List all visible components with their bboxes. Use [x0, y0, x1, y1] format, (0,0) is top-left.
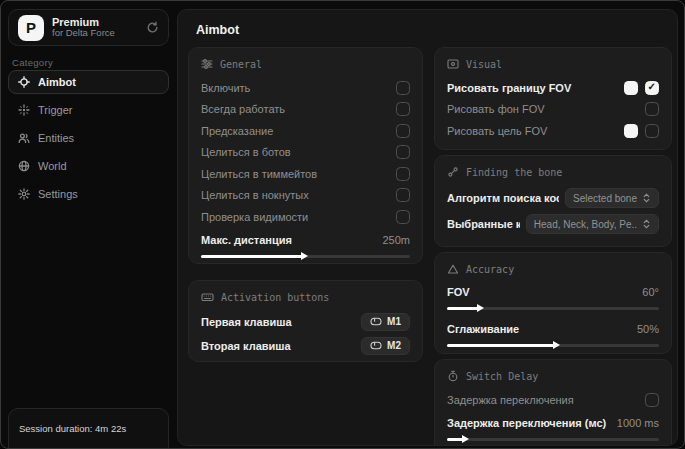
enable-checkbox[interactable] [396, 81, 410, 95]
toggle-row-target-bots: Целиться в ботов [201, 142, 410, 164]
target-teammates-checkbox[interactable] [396, 167, 410, 181]
fov-border-color-swatch[interactable] [624, 81, 638, 95]
page-title: Aimbot [196, 23, 239, 37]
fov-target-checkbox[interactable] [645, 124, 659, 138]
view-icon [447, 58, 459, 70]
max-distance-value: 250m [382, 234, 410, 246]
bone-icon [447, 166, 459, 178]
bone-card: Finding the bone Алгоритм поиска костей … [434, 155, 672, 247]
target-knocked-checkbox[interactable] [396, 188, 410, 202]
brand-logo: P [18, 15, 44, 41]
smoothing-value: 50% [637, 323, 659, 335]
bone-algorithm-row: Алгоритм поиска костей Selected bone [447, 185, 659, 211]
activation-card: Activation buttons Первая клавиша M1 [188, 280, 423, 362]
session-duration: Session duration: 4m 22s [19, 423, 126, 434]
crosshair-icon [18, 76, 30, 88]
visual-card: Visual Рисовать границу FOV Рисовать фон… [434, 47, 672, 150]
sidebar-item-label: Aimbot [38, 76, 76, 88]
prediction-checkbox[interactable] [396, 124, 410, 138]
section-header: Visual [466, 59, 502, 70]
unfold-icon [642, 193, 651, 203]
first-key-button[interactable]: M1 [361, 313, 410, 331]
mouse-icon [370, 317, 382, 326]
fov-slider[interactable] [447, 303, 659, 313]
second-key-row: Вторая клавиша M2 [201, 334, 410, 357]
switch-delay-slider[interactable] [447, 434, 659, 444]
max-distance-row: Макс. дистанция 250m [201, 230, 410, 250]
brand-subtitle: for Delta Force [52, 28, 138, 39]
switch-delay-checkbox[interactable] [645, 393, 659, 407]
mouse-icon [370, 341, 382, 350]
unfold-icon [642, 219, 651, 229]
bone-algorithm-dropdown[interactable]: Selected bone [565, 188, 659, 208]
fov-background-checkbox[interactable] [645, 102, 659, 116]
trigger-icon [18, 104, 30, 116]
entities-icon [18, 132, 30, 144]
second-key-button[interactable]: M2 [361, 337, 410, 355]
stopwatch-icon [447, 370, 459, 382]
slider-thumb[interactable] [553, 341, 560, 349]
keyboard-icon [201, 291, 214, 303]
section-header: General [220, 59, 262, 70]
slider-thumb[interactable] [462, 435, 469, 443]
sidebar-item-settings[interactable]: Settings [8, 182, 169, 206]
app-window: P Premium for Delta Force Category Aimbo… [0, 0, 685, 449]
brand-card: P Premium for Delta Force [8, 9, 169, 46]
always-work-checkbox[interactable] [396, 102, 410, 116]
fov-border-checkbox[interactable] [645, 81, 659, 95]
smoothing-slider[interactable] [447, 340, 659, 350]
sidebar-item-trigger[interactable]: Trigger [8, 98, 169, 122]
switch-delay-toggle-row: Задержка переключения [447, 389, 659, 411]
sidebar: P Premium for Delta Force Category Aimbo… [1, 1, 177, 448]
section-header: Accuracy [466, 264, 514, 275]
tune-icon [201, 58, 213, 70]
session-card: Session duration: 4m 22s [8, 408, 169, 449]
toggle-row-prediction: Предсказание [201, 120, 410, 142]
triangle-icon [447, 263, 459, 275]
visibility-check-checkbox[interactable] [396, 210, 410, 224]
fov-border-row: Рисовать границу FOV [447, 77, 659, 99]
fov-value: 60° [642, 286, 659, 298]
toggle-row-visibility-check: Проверка видимости [201, 206, 410, 228]
smoothing-row: Сглаживание 50% [447, 319, 659, 339]
fov-background-row: Рисовать фон FOV [447, 99, 659, 121]
sidebar-item-entities[interactable]: Entities [8, 126, 169, 150]
main-panel: Aimbot General Включить Всегда р [177, 9, 678, 446]
accuracy-card: Accuracy FOV 60° Сглаживание 50% [434, 252, 672, 354]
sidebar-item-aimbot[interactable]: Aimbot [8, 70, 169, 94]
section-header: Activation buttons [221, 292, 329, 303]
fov-target-row: Рисовать цель FOV [447, 120, 659, 142]
switch-delay-value: 1000 ms [617, 417, 659, 429]
fov-row: FOV 60° [447, 282, 659, 302]
toggle-row-target-knocked: Целиться в нокнутых [201, 185, 410, 207]
toggle-row-enable: Включить [201, 77, 410, 99]
selected-bones-dropdown[interactable]: Head, Neck, Body, Pe.. [526, 214, 659, 234]
fov-target-color-swatch[interactable] [624, 124, 638, 138]
section-header: Switch Delay [466, 371, 538, 382]
left-column: General Включить Всегда работать Предска… [188, 47, 423, 362]
section-header: Finding the bone [466, 167, 562, 178]
switch-delay-ms-row: Задержка переключения (мс) 1000 ms [447, 413, 659, 433]
globe-icon [18, 160, 30, 172]
right-column: Visual Рисовать границу FOV Рисовать фон… [434, 47, 672, 446]
sidebar-item-label: Trigger [38, 104, 72, 116]
sidebar-item-label: World [38, 160, 67, 172]
sync-icon[interactable] [146, 21, 159, 34]
general-card: General Включить Всегда работать Предска… [188, 47, 423, 264]
sidebar-nav: Aimbot Trigger Entities [8, 70, 169, 206]
sidebar-item-label: Settings [38, 188, 78, 200]
toggle-row-target-teammates: Целиться в тиммейтов [201, 163, 410, 185]
category-label: Category [12, 57, 53, 68]
target-bots-checkbox[interactable] [396, 145, 410, 159]
slider-thumb[interactable] [477, 304, 484, 312]
gear-icon [18, 188, 30, 200]
slider-thumb[interactable] [301, 252, 308, 260]
selected-bones-row: Выбранные кости Head, Neck, Body, Pe.. [447, 211, 659, 237]
max-distance-slider[interactable] [201, 251, 410, 261]
first-key-row: Первая клавиша M1 [201, 310, 410, 333]
toggle-row-always-work: Всегда работать [201, 99, 410, 121]
sidebar-item-world[interactable]: World [8, 154, 169, 178]
switch-delay-card: Switch Delay Задержка переключения Задер… [434, 359, 672, 446]
sidebar-item-label: Entities [38, 132, 74, 144]
